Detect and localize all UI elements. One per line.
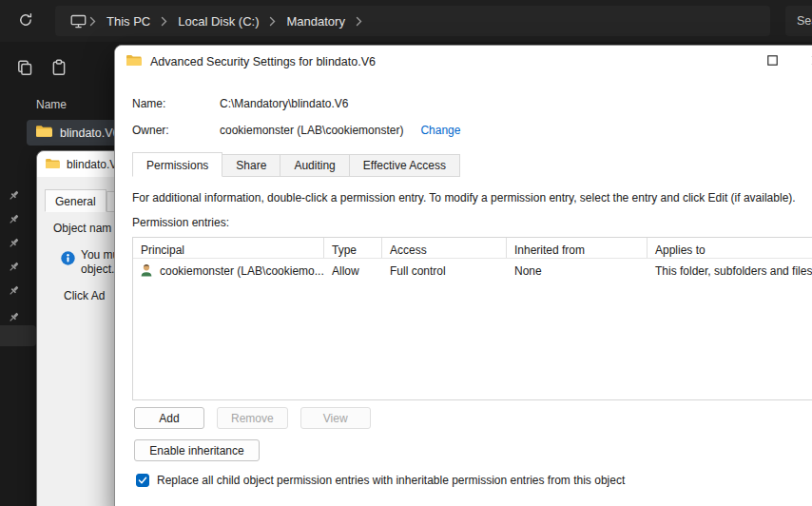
folder-icon [36,125,52,142]
breadcrumb-chevron-icon[interactable] [356,16,362,27]
info-icon [61,251,75,265]
table-header-row: Principal Type Access Inherited from App… [133,238,812,259]
properties-info-text: Click Ad [64,289,105,302]
cell-applies-to: This folder, subfolders and files [648,264,812,278]
dialog-titlebar: Advanced Security Settings for blindato.… [115,46,812,77]
explorer-window: This PC Local Disk (C:) Mandatory Sea [0,0,812,506]
owner-label: Owner: [132,124,220,137]
close-button[interactable] [794,46,812,77]
name-value: C:\Mandatory\blindato.V6 [220,97,348,110]
maximize-icon [767,54,778,68]
search-text: Sea [797,14,812,28]
copy-icon [16,59,33,79]
column-header-inherited-from[interactable]: Inherited from [507,238,648,258]
advanced-security-dialog: Advanced Security Settings for blindato.… [114,45,812,506]
name-row: Name: C:\Mandatory\blindato.V6 [132,97,348,110]
name-column-header[interactable]: Name [36,98,67,111]
remove-button: Remove [217,407,288,429]
pin-icon [8,188,20,201]
cell-access: Full control [382,264,507,278]
refresh-button[interactable] [11,7,40,35]
table-row[interactable]: cookiemonster (LAB\cookiemo... Allow Ful… [133,259,812,283]
change-owner-link[interactable]: Change [420,124,460,137]
name-label: Name: [132,97,220,110]
cell-inherited-from: None [507,264,648,278]
enable-inheritance-button[interactable]: Enable inheritance [134,439,260,461]
replace-permissions-checkbox[interactable] [136,474,149,487]
pin-icon [8,260,20,272]
nav-selected-item[interactable] [0,325,36,346]
file-name-label: blindato.V6 [60,126,120,140]
column-header-applies-to[interactable]: Applies to [648,238,812,258]
column-header-principal[interactable]: Principal [133,238,324,258]
pin-icon [8,236,20,248]
tab-general[interactable]: General [45,189,106,212]
copy-button[interactable] [11,55,38,82]
replace-permissions-label: Replace all child object permission entr… [157,474,625,487]
tab-share[interactable]: Share [222,154,280,177]
maximize-button[interactable] [750,46,794,77]
tab-permissions[interactable]: Permissions [132,152,222,177]
tab-effective-access[interactable]: Effective Access [350,154,460,177]
address-bar[interactable]: This PC Local Disk (C:) Mandatory [55,6,770,36]
view-button: View [300,407,371,429]
owner-value: cookiemonster (LAB\cookiemonster) [220,124,403,137]
column-header-type[interactable]: Type [324,238,382,258]
folder-icon [126,53,142,70]
user-avatar-icon [139,263,154,281]
cell-type: Allow [324,264,382,278]
dialog-tab-strip: Permissions Share Auditing Effective Acc… [132,152,460,177]
permission-entries-label: Permission entries: [132,216,229,229]
explorer-topbar: This PC Local Disk (C:) Mandatory Sea [0,0,812,42]
object-name-label: Object nam [53,222,111,235]
search-box[interactable]: Sea [785,6,812,36]
pin-icon [8,310,20,322]
breadcrumb-mandatory[interactable]: Mandatory [279,8,352,34]
cell-principal: cookiemonster (LAB\cookiemo... [160,264,324,278]
pin-icon [8,283,20,296]
breadcrumb-chevron-icon[interactable] [89,16,96,27]
paste-button[interactable] [46,55,72,82]
dialog-title: Advanced Security Settings for blindato.… [150,55,376,68]
properties-dialog-title: blindato.V [67,158,117,171]
breadcrumb-this-pc[interactable]: This PC [99,8,158,34]
tab-auditing[interactable]: Auditing [280,154,349,177]
paste-icon [50,59,68,79]
add-button[interactable]: Add [134,407,204,429]
breadcrumb-local-disk-c[interactable]: Local Disk (C:) [170,8,266,34]
folder-icon [46,156,60,173]
properties-info-text: object. [81,263,114,276]
column-header-access[interactable]: Access [382,238,507,258]
this-pc-icon [70,14,87,29]
permission-entries-table: Principal Type Access Inherited from App… [132,237,812,400]
refresh-icon [18,12,33,30]
replace-permissions-row: Replace all child object permission entr… [136,474,625,487]
owner-row: Owner: cookiemonster (LAB\cookiemonster)… [132,124,460,137]
breadcrumb-chevron-icon[interactable] [161,16,167,27]
permissions-description: For additional information, double-click… [132,191,796,204]
table-buttons: Add Remove View [134,407,371,429]
window-controls [750,46,812,77]
breadcrumb-chevron-icon[interactable] [269,16,276,27]
pin-icon [8,212,20,224]
